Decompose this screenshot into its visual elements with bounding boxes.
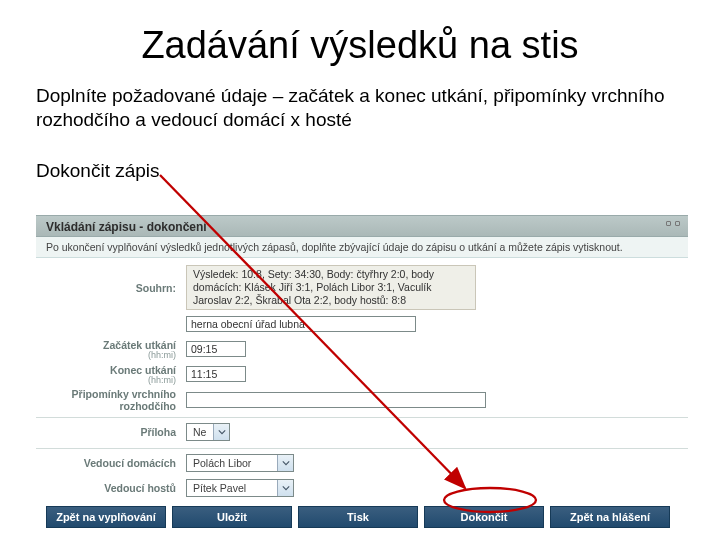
label-ref-notes: Připomínky vrchního rozhodčího [36,388,186,412]
label-leader-guests: Vedoucí hostů [36,482,186,494]
page-title: Zadávání výsledků na stis [0,24,720,67]
print-button[interactable]: Tisk [298,506,418,528]
subheading: Dokončit zápis [36,160,160,182]
start-time-input[interactable] [186,341,246,357]
label-start: Začátek utkání (hh:mi) [36,339,186,360]
divider [36,448,688,449]
chevron-down-icon[interactable] [277,480,293,496]
label-end: Konec utkání (hh:mi) [36,364,186,385]
highlight-ellipse [440,485,540,515]
attachment-select[interactable]: Ne [186,423,230,441]
section-header-controls[interactable] [666,221,680,226]
chevron-down-icon[interactable] [277,455,293,471]
label-summary: Souhrn: [36,282,186,294]
svg-point-1 [444,488,536,512]
leader-home-select[interactable]: Polách Libor [186,454,294,472]
end-time-input[interactable] [186,366,246,382]
info-bar: Po ukončení vyplňování výsledků jednotli… [36,237,688,258]
save-button[interactable]: Uložit [172,506,292,528]
summary-box: Výsledek: 10:8, Sety: 34:30, Body: čtyřh… [186,265,476,310]
label-attachment: Příloha [36,426,186,438]
section-header-text: Vkládání zápisu - dokončení [46,220,207,234]
form-area: Souhrn: Výsledek: 10:8, Sety: 34:30, Bod… [36,258,688,528]
back-to-fill-button[interactable]: Zpět na vyplňování [46,506,166,528]
app-panel: Vkládání zápisu - dokončení Po ukončení … [36,215,688,515]
chevron-down-icon[interactable] [213,424,229,440]
referee-notes-input[interactable] [186,392,486,408]
label-leader-home: Vedoucí domácích [36,457,186,469]
venue-input[interactable] [186,316,416,332]
leader-guests-select[interactable]: Pítek Pavel [186,479,294,497]
leader-guests-value: Pítek Pavel [187,482,277,494]
button-bar: Zpět na vyplňování Uložit Tisk Dokončit … [36,506,688,528]
intro-paragraph: Doplníte požadované údaje – začátek a ko… [36,84,684,132]
divider [36,417,688,418]
back-to-report-button[interactable]: Zpět na hlášení [550,506,670,528]
section-header: Vkládání zápisu - dokončení [36,215,688,237]
attachment-value: Ne [187,426,213,438]
leader-home-value: Polách Libor [187,457,277,469]
